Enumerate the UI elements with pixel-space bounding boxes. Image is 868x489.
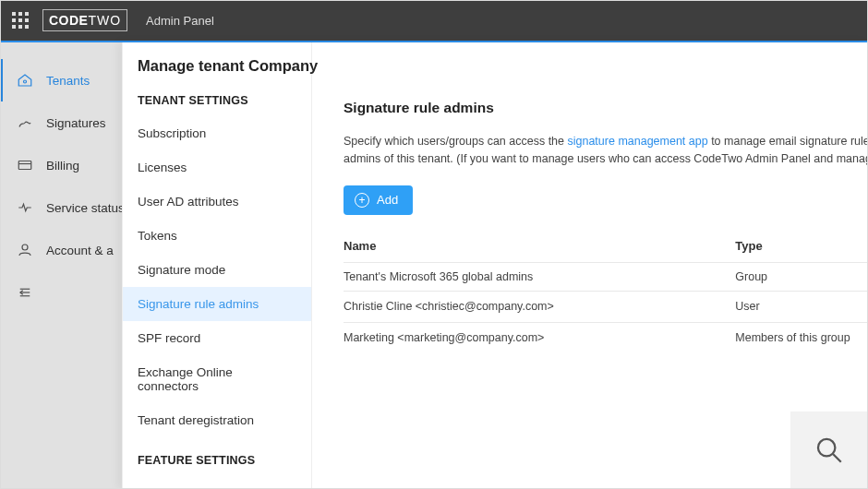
add-button[interactable]: + Add	[344, 185, 413, 215]
account-icon	[17, 242, 33, 258]
tenants-icon	[17, 72, 33, 89]
col-type-header: Type	[735, 233, 868, 263]
tenant-settings-nav: TENANT SETTINGS SubscriptionLicensesUser…	[123, 42, 312, 489]
app-title: Admin Panel	[146, 14, 214, 28]
top-bar: CODETWO Admin Panel	[0, 0, 868, 41]
tenant-setting-item[interactable]: SPF record	[123, 321, 311, 355]
table-row: Tenant's Microsoft 365 global adminsGrou…	[344, 262, 868, 291]
apps-launcher-icon[interactable]	[9, 9, 31, 31]
tenant-setting-item[interactable]: Subscription	[123, 116, 311, 150]
content-description: Specify which users/groups can access th…	[344, 133, 868, 169]
table-row: Christie Cline <christiec@company.com>Us…	[344, 291, 868, 322]
tenant-setting-item[interactable]: Exchange Online connectors	[123, 355, 311, 403]
svg-rect-1	[18, 161, 31, 170]
nav-item-collapse[interactable]	[0, 271, 122, 314]
tenant-setting-item[interactable]: Signature rule admins	[123, 287, 311, 321]
main-panel: Manage tenant Company TENANT SETTINGS Su…	[122, 42, 868, 489]
signature-app-link[interactable]: signature management app	[567, 135, 707, 148]
billing-icon	[17, 157, 33, 173]
search-icon	[814, 435, 845, 466]
nav-item-tenants[interactable]: Tenants	[0, 59, 122, 101]
row-name: Christie Cline <christiec@company.com>	[344, 291, 735, 322]
page-title: Manage tenant Company	[123, 42, 318, 88]
row-type: Group	[735, 262, 868, 291]
nav-item-billing[interactable]: Billing	[0, 144, 122, 186]
tenant-setting-item[interactable]: Tenant deregistration	[123, 403, 311, 437]
svg-point-13	[818, 439, 835, 456]
content-heading: Signature rule admins	[344, 100, 868, 116]
col-name-header: Name	[344, 233, 735, 263]
signatures-icon	[17, 114, 33, 131]
row-name: Marketing <marketing@company.com>	[344, 322, 735, 353]
row-type: User	[735, 291, 868, 322]
nav-item-account[interactable]: Account & a	[0, 229, 122, 271]
collapse-icon	[17, 284, 33, 301]
tenant-setting-item[interactable]: Tokens	[123, 219, 311, 253]
service-status-icon	[17, 199, 33, 216]
svg-point-0	[24, 80, 27, 83]
left-nav: Tenants Signatures Billing Service statu…	[0, 42, 122, 489]
row-name: Tenant's Microsoft 365 global admins	[344, 262, 735, 291]
logo: CODETWO	[42, 9, 127, 31]
nav-item-signatures[interactable]: Signatures	[0, 101, 122, 144]
svg-line-14	[833, 454, 841, 462]
content-area: Signature rule admins Specify which user…	[312, 42, 868, 489]
tenant-settings-heading: TENANT SETTINGS	[123, 90, 311, 116]
plus-icon: +	[355, 193, 369, 208]
row-type: Members of this group	[735, 322, 868, 353]
search-button[interactable]	[790, 411, 868, 489]
feature-settings-heading: FEATURE SETTINGS	[123, 437, 311, 476]
tenant-setting-item[interactable]: User AD attributes	[123, 185, 311, 219]
table-row: Marketing <marketing@company.com>Members…	[344, 322, 868, 353]
admins-table: Name Type Tenant's Microsoft 365 global …	[344, 233, 868, 353]
tenant-setting-item[interactable]: Licenses	[123, 150, 311, 185]
svg-point-3	[22, 244, 28, 250]
tenant-setting-item[interactable]: Signature mode	[123, 253, 311, 287]
nav-item-service-status[interactable]: Service status	[0, 186, 122, 229]
